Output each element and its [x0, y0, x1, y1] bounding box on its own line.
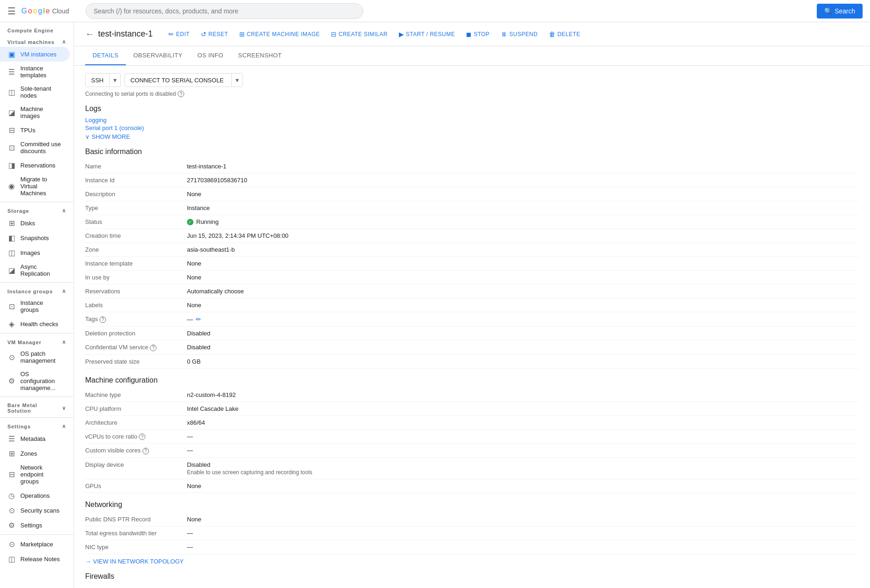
sidebar-item-metadata-label: Metadata	[20, 435, 45, 442]
sidebar-item-vm-instances[interactable]: ▣ VM instances	[0, 47, 70, 62]
serial-port-link[interactable]: Serial port 1 (console)	[85, 124, 859, 131]
tab-screenshot[interactable]: SCREENSHOT	[231, 46, 289, 65]
stop-button[interactable]: ◼ STOP	[461, 28, 494, 41]
page-title: test-instance-1	[98, 29, 153, 39]
sidebar-item-migrate-label: Migrate to Virtual Machines	[20, 176, 62, 197]
start-resume-button[interactable]: ▶ START / RESUME	[394, 28, 460, 41]
dns-ptr-label: Public DNS PTR Record	[85, 513, 187, 526]
sidebar-item-metadata[interactable]: ☰ Metadata	[0, 431, 70, 446]
reset-button[interactable]: ↺ RESET	[196, 28, 233, 41]
sidebar-item-os-config[interactable]: ⚙ OS configuration manageme...	[0, 367, 70, 395]
sidebar-item-machine-images[interactable]: ◪ Machine images	[0, 102, 70, 123]
chevron-up-vmm-icon: ∧	[62, 339, 66, 345]
chevron-up-settings-icon: ∧	[62, 423, 66, 429]
delete-icon: 🗑	[549, 31, 555, 38]
sidebar-item-images[interactable]: ◫ Images	[0, 245, 70, 260]
sidebar-item-instance-templates-label: Instance templates	[20, 65, 62, 79]
ssh-chevron-icon: ▾	[113, 76, 117, 84]
sidebar-item-instance-groups[interactable]: ⊡ Instance groups	[0, 296, 70, 316]
sidebar-item-images-label: Images	[20, 249, 40, 256]
sidebar-item-tpus[interactable]: ⊟ TPUs	[0, 123, 70, 137]
logging-link[interactable]: Logging	[85, 117, 859, 124]
instance-groups-section-label: Instance groups	[7, 289, 53, 294]
sidebar-item-operations[interactable]: ◷ Operations	[0, 488, 70, 503]
sidebar-item-migrate[interactable]: ◉ Migrate to Virtual Machines	[0, 173, 70, 200]
tab-observability[interactable]: OBSERVABILITY	[126, 46, 190, 65]
tags-edit-icon[interactable]: ✏	[196, 316, 201, 323]
divider-settings	[0, 417, 74, 418]
table-row: Instance Id 271703869105836710	[85, 173, 859, 187]
sidebar-section-settings[interactable]: Settings ∧	[0, 420, 74, 431]
search-button[interactable]: 🔍 Search	[817, 4, 863, 19]
sidebar-item-sole-tenant-nodes[interactable]: ◫ Sole-tenant nodes	[0, 82, 70, 102]
sidebar-item-marketplace[interactable]: ⊙ Marketplace	[0, 537, 70, 551]
sidebar-item-network-endpoint-groups[interactable]: ⊟ Network endpoint groups	[0, 461, 70, 488]
sidebar-item-committed-use[interactable]: ⊡ Committed use discounts	[0, 137, 70, 158]
sidebar-item-operations-label: Operations	[20, 492, 50, 499]
search-input[interactable]	[86, 3, 363, 19]
back-button[interactable]: ←	[85, 29, 94, 39]
table-row: Confidential VM service ? Disabled	[85, 340, 859, 355]
tab-os-info[interactable]: OS INFO	[190, 46, 230, 65]
display-device-note: Enable to use screen capturing and recor…	[187, 469, 859, 476]
machine-type-label: Machine type	[85, 388, 187, 402]
table-row: Status Running	[85, 215, 859, 229]
display-device-cell: Disabled Enable to use screen capturing …	[187, 458, 859, 479]
custom-cores-help-icon[interactable]: ?	[143, 448, 149, 454]
architecture-label: Architecture	[85, 415, 187, 429]
delete-button[interactable]: 🗑 DELETE	[544, 28, 585, 41]
ssh-dropdown-button[interactable]: ▾	[109, 74, 120, 87]
view-topology-link[interactable]: → VIEW IN NETWORK TOPOLOGY	[85, 558, 859, 565]
show-more-button[interactable]: ∨ SHOW MORE	[85, 133, 859, 140]
sidebar-section-storage[interactable]: Storage ∧	[0, 204, 74, 216]
sidebar-section-instance-groups[interactable]: Instance groups ∧	[0, 285, 74, 296]
sidebar-item-settings[interactable]: ⚙ Settings	[0, 518, 70, 532]
serial-console-button[interactable]: CONNECT TO SERIAL CONSOLE	[125, 74, 230, 87]
instance-templates-icon: ☰	[7, 68, 16, 76]
divider-bottom	[0, 534, 74, 535]
sidebar-item-snapshots[interactable]: ◧ Snapshots	[0, 230, 70, 245]
sidebar-item-zones[interactable]: ⊞ Zones	[0, 446, 70, 461]
dns-ptr-value: None	[187, 513, 859, 526]
serial-console-dropdown[interactable]: ▾	[231, 74, 242, 87]
health-checks-icon: ◈	[7, 320, 16, 328]
sidebar-item-reservations[interactable]: ◨ Reservations	[0, 158, 70, 173]
suspend-button[interactable]: ⏸ SUSPEND	[496, 28, 542, 41]
create-similar-button[interactable]: ⊟ CREATE SIMILAR	[326, 28, 392, 41]
serial-ports-help-icon[interactable]: ?	[178, 91, 184, 97]
vcpus-help-icon[interactable]: ?	[139, 433, 145, 440]
sidebar-section-vm-manager[interactable]: VM Manager ∧	[0, 335, 74, 347]
reservations-label: Reservations	[85, 285, 187, 298]
sidebar-item-async-replication[interactable]: ◪ Async Replication	[0, 260, 70, 280]
sidebar-section-vm[interactable]: Virtual machines ∧	[0, 35, 74, 47]
menu-icon[interactable]: ☰	[7, 6, 16, 17]
create-machine-image-button[interactable]: ⊞ CREATE MACHINE IMAGE	[235, 28, 325, 41]
instance-id-value: 271703869105836710	[187, 173, 859, 187]
chevron-down-bare-metal-icon: ∨	[62, 405, 66, 411]
edit-button[interactable]: ✏ EDIT	[164, 28, 194, 41]
sidebar-item-release-notes[interactable]: ◫ Release Notes	[0, 551, 70, 566]
search-label: Search	[835, 7, 855, 15]
sidebar-section-bare-metal[interactable]: Bare Metal Solution ∨	[0, 399, 74, 415]
sidebar-section-compute-engine[interactable]: Compute Engine	[0, 22, 74, 35]
sidebar-item-disks[interactable]: ⊞ Disks	[0, 216, 70, 230]
reset-label: RESET	[208, 31, 228, 37]
confidential-vm-help-icon[interactable]: ?	[150, 345, 156, 351]
ssh-main-button[interactable]: SSH	[86, 74, 109, 87]
view-topology-label: VIEW IN NETWORK TOPOLOGY	[93, 558, 184, 565]
sidebar-item-health-checks[interactable]: ◈ Health checks	[0, 316, 70, 331]
storage-section-label: Storage	[7, 208, 29, 214]
sidebar-item-instance-templates[interactable]: ☰ Instance templates	[0, 62, 70, 82]
tab-details[interactable]: DETAILS	[85, 46, 126, 65]
sidebar-item-security-scans[interactable]: ⊙ Security scans	[0, 503, 70, 518]
table-row: Custom visible cores ? —	[85, 444, 859, 458]
preserved-state-value: 0 GB	[187, 354, 859, 368]
detail-content: SSH ▾ CONNECT TO SERIAL CONSOLE ▾ Conn	[74, 66, 870, 588]
metadata-icon: ☰	[7, 434, 16, 443]
tags-help-icon[interactable]: ?	[99, 316, 106, 323]
status-running-indicator: Running	[187, 218, 859, 225]
sidebar-item-os-patch[interactable]: ⊙ OS patch management	[0, 347, 70, 367]
status-cell: Running	[187, 215, 859, 229]
sidebar-item-os-patch-label: OS patch management	[20, 350, 62, 364]
vm-section-label: Virtual machines	[7, 39, 55, 45]
